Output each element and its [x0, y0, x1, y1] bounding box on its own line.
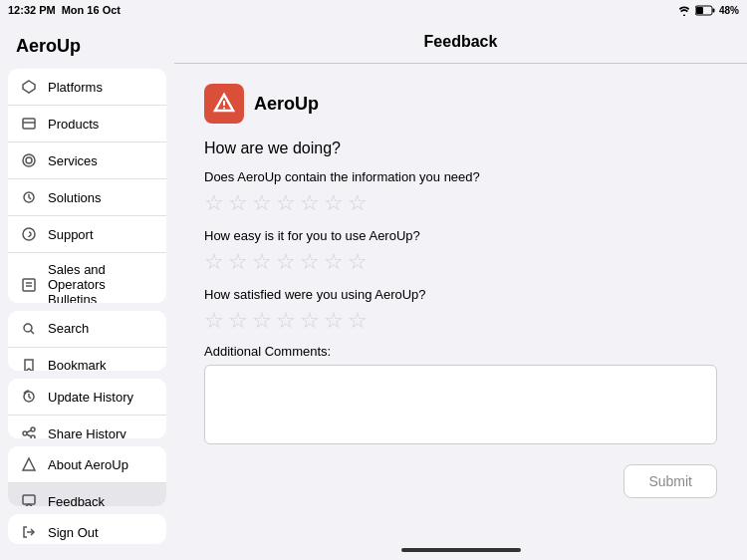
star-3-5[interactable]: ☆	[300, 308, 320, 334]
sidebar-label-feedback: Feedback	[48, 494, 105, 507]
sidebar-group-signout: Sign Out	[8, 514, 166, 544]
bottom-indicator	[174, 540, 747, 560]
star-3-4[interactable]: ☆	[276, 308, 296, 334]
stars-row-3[interactable]: ☆ ☆ ☆ ☆ ☆ ☆ ☆	[204, 308, 717, 334]
star-2-5[interactable]: ☆	[300, 249, 320, 275]
right-panel: Feedback AeroUp How are we doing? Does A…	[174, 20, 747, 560]
battery-icon	[695, 5, 715, 16]
sidebar-label-update-history: Update History	[48, 390, 133, 405]
sidebar-item-services[interactable]: Services	[8, 142, 166, 179]
question-3-label: How satisfied were you using AeroUp?	[204, 287, 717, 302]
svg-point-26	[223, 108, 225, 110]
star-3-2[interactable]: ☆	[228, 308, 248, 334]
sidebar-item-sign-out[interactable]: Sign Out	[8, 514, 166, 544]
star-2-1[interactable]: ☆	[204, 249, 224, 275]
sidebar-title: AeroUp	[0, 28, 174, 69]
sidebar-label-platforms: Platforms	[48, 80, 103, 95]
sidebar-label-search: Search	[48, 321, 89, 336]
sidebar-item-share-history[interactable]: Share History	[8, 416, 166, 438]
star-3-3[interactable]: ☆	[252, 308, 272, 334]
solutions-icon	[20, 188, 38, 206]
star-2-3[interactable]: ☆	[252, 249, 272, 275]
svg-marker-3	[23, 81, 35, 93]
products-icon	[20, 115, 38, 133]
sidebar-item-solutions[interactable]: Solutions	[8, 179, 166, 216]
sidebar-item-support[interactable]: Support	[8, 216, 166, 253]
star-3-1[interactable]: ☆	[204, 308, 224, 334]
sidebar-group-main: Platforms Products Services Solutions	[8, 69, 166, 303]
svg-point-7	[23, 154, 35, 166]
svg-rect-22	[23, 495, 35, 504]
sidebar-item-platforms[interactable]: Platforms	[8, 69, 166, 106]
sidebar-label-sign-out: Sign Out	[48, 525, 99, 540]
about-icon	[20, 455, 38, 473]
sidebar-group-search: Search Bookmark	[8, 311, 166, 371]
comments-textarea[interactable]	[204, 365, 717, 444]
svg-line-19	[27, 430, 31, 432]
svg-rect-10	[23, 279, 35, 291]
comments-label: Additional Comments:	[204, 344, 717, 359]
star-1-3[interactable]: ☆	[252, 190, 272, 216]
svg-point-6	[26, 157, 32, 163]
star-2-6[interactable]: ☆	[324, 249, 344, 275]
sidebar-label-share-history: Share History	[48, 426, 126, 439]
sidebar-item-update-history[interactable]: Update History	[8, 379, 166, 416]
star-1-6[interactable]: ☆	[324, 190, 344, 216]
sidebar: AeroUp Platforms Products Services	[0, 20, 174, 560]
sidebar-label-bookmark: Bookmark	[48, 358, 107, 371]
submit-button[interactable]: Submit	[623, 464, 717, 498]
app-header: AeroUp	[204, 84, 717, 124]
star-1-5[interactable]: ☆	[300, 190, 320, 216]
content-area: AeroUp How are we doing? Does AeroUp con…	[174, 64, 747, 540]
star-2-4[interactable]: ☆	[276, 249, 296, 275]
wifi-icon	[677, 5, 691, 16]
sidebar-label-products: Products	[48, 117, 99, 132]
question-2-label: How easy is it for you to use AeroUp?	[204, 228, 717, 243]
star-3-7[interactable]: ☆	[348, 308, 368, 334]
svg-point-13	[24, 324, 32, 332]
svg-rect-4	[23, 119, 35, 129]
star-1-1[interactable]: ☆	[204, 190, 224, 216]
status-date: Mon 16 Oct	[62, 4, 121, 16]
svg-rect-1	[712, 8, 714, 12]
support-icon	[20, 225, 38, 243]
star-3-6[interactable]: ☆	[324, 308, 344, 334]
bookmark-icon	[20, 357, 38, 371]
bulletins-icon	[20, 276, 38, 294]
svg-point-18	[31, 435, 35, 438]
history-icon	[20, 388, 38, 406]
star-2-2[interactable]: ☆	[228, 249, 248, 275]
sidebar-item-bulletins[interactable]: Sales and Operators Bulletins	[8, 253, 166, 303]
sidebar-item-about-aeroup[interactable]: About AeroUp	[8, 446, 166, 483]
top-bar: Feedback	[174, 20, 747, 64]
sidebar-item-products[interactable]: Products	[8, 106, 166, 142]
platforms-icon	[20, 78, 38, 96]
star-1-2[interactable]: ☆	[228, 190, 248, 216]
svg-rect-2	[696, 7, 703, 14]
sidebar-item-bookmark[interactable]: Bookmark	[8, 348, 166, 371]
page-title: Feedback	[424, 33, 498, 51]
svg-line-14	[31, 331, 34, 334]
svg-point-17	[23, 431, 27, 435]
status-time: 12:32 PM	[8, 4, 56, 16]
status-right: 48%	[677, 5, 739, 16]
share-icon	[20, 424, 38, 438]
sidebar-item-feedback[interactable]: Feedback	[8, 483, 166, 506]
sidebar-label-bulletins: Sales and Operators Bulletins	[48, 262, 154, 303]
sidebar-group-about: About AeroUp Feedback	[8, 446, 166, 506]
stars-row-1[interactable]: ☆ ☆ ☆ ☆ ☆ ☆ ☆	[204, 190, 717, 216]
sidebar-label-services: Services	[48, 153, 98, 168]
app-container: AeroUp Platforms Products Services	[0, 20, 747, 560]
star-1-4[interactable]: ☆	[276, 190, 296, 216]
svg-point-16	[31, 427, 35, 431]
sidebar-group-history: Update History Share History	[8, 379, 166, 438]
status-bar: 12:32 PM Mon 16 Oct 48%	[0, 0, 747, 20]
app-logo	[204, 84, 244, 124]
submit-row: Submit	[204, 464, 717, 498]
star-1-7[interactable]: ☆	[348, 190, 368, 216]
sidebar-label-support: Support	[48, 227, 94, 242]
sidebar-item-search[interactable]: Search	[8, 311, 166, 348]
star-2-7[interactable]: ☆	[348, 249, 368, 275]
stars-row-2[interactable]: ☆ ☆ ☆ ☆ ☆ ☆ ☆	[204, 249, 717, 275]
app-name-label: AeroUp	[254, 94, 319, 115]
